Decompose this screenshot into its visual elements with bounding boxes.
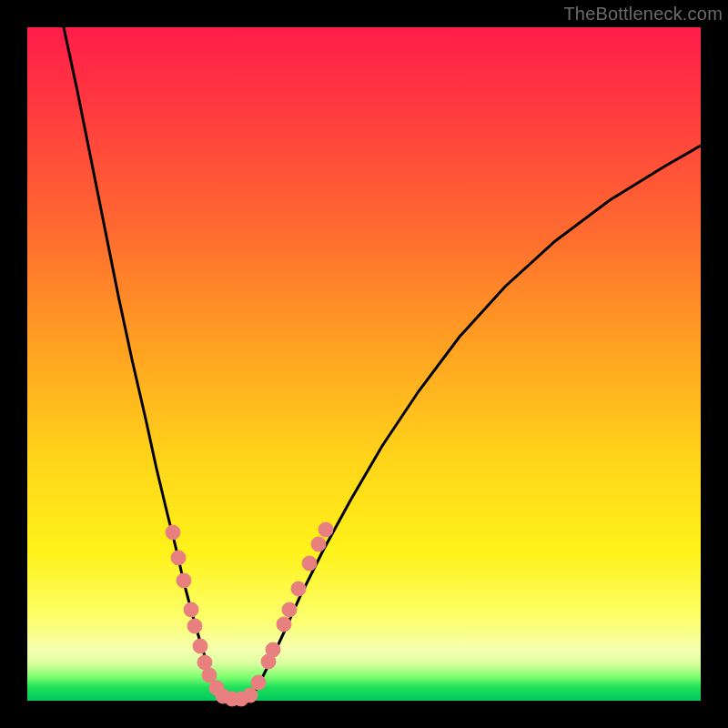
- curve-left: [64, 27, 218, 692]
- data-dot: [291, 581, 306, 596]
- watermark-text: TheBottleneck.com: [563, 4, 723, 25]
- data-dot: [177, 573, 191, 588]
- data-dot: [251, 675, 266, 690]
- data-dot: [302, 556, 317, 571]
- curve-right: [255, 146, 701, 692]
- chart-frame: TheBottleneck.com: [0, 0, 728, 728]
- data-dot: [202, 668, 217, 682]
- data-dot: [243, 688, 258, 703]
- data-dot: [318, 522, 333, 537]
- data-dot: [171, 551, 186, 565]
- data-dot: [277, 617, 291, 632]
- plot-area: [27, 27, 701, 701]
- data-dot: [166, 525, 180, 540]
- data-dot: [187, 619, 202, 633]
- data-dot: [266, 642, 280, 657]
- data-dot: [311, 537, 326, 551]
- data-dot: [184, 602, 198, 617]
- curve-svg: [27, 27, 701, 701]
- data-dot: [193, 639, 207, 653]
- data-dot: [282, 602, 297, 617]
- dots-group: [166, 522, 333, 706]
